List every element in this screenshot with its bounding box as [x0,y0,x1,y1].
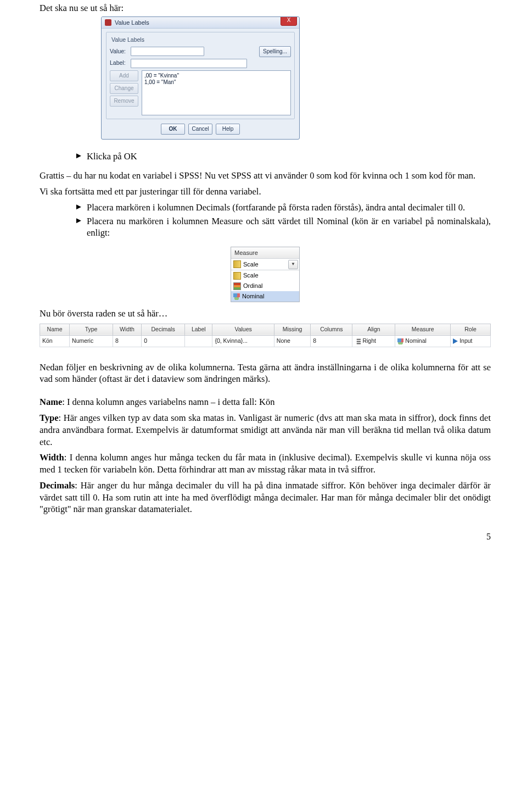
bullet-list: ► Klicka på OK [75,151,491,163]
remove-button[interactable]: Remove [110,96,138,107]
close-icon[interactable]: X [281,16,297,26]
bullet-arrow-icon: ► [75,202,87,214]
value-labels-dialog: Value Labels X Value Labels Value: Spell… [101,16,300,140]
col-header: Align [352,324,395,335]
col-header: Columns [311,324,352,335]
bars-icon [233,282,241,290]
cell-width[interactable]: 8 [113,335,141,347]
term-width: Width [40,452,64,463]
dialog-title: Value Labels [115,19,149,27]
align-right-icon [355,338,361,344]
chevron-down-icon[interactable]: ▼ [288,260,298,269]
cell-decimals[interactable]: 0 [142,335,185,347]
ruler-icon [233,272,241,280]
col-header: Missing [274,324,311,335]
bullet-list: ► Placera markören i kolumnen Decimals (… [75,202,491,239]
cell-measure[interactable]: Nominal [395,335,451,347]
col-header: Role [451,324,491,335]
col-header: Label [185,324,212,335]
measure-option-label: Scale [243,271,259,280]
cell-columns[interactable]: 8 [311,335,352,347]
measure-selected[interactable]: Scale ▼ [231,259,299,270]
change-button[interactable]: Change [110,83,138,94]
term-name: Name [40,397,62,407]
cell-label[interactable] [185,335,212,347]
col-header: Width [113,324,141,335]
bullet-arrow-icon: ► [75,151,87,163]
col-header: Measure [395,324,451,335]
measure-selected-label: Scale [243,260,259,269]
value-list[interactable]: ,00 = "Kvinna" 1,00 = "Man" [142,70,291,115]
add-button[interactable]: Add [110,70,138,81]
def-type: Type: Här anges vilken typ av data som s… [40,412,491,448]
measure-dropdown[interactable]: Measure Scale ▼ Scale Ordinal Nominal [231,247,300,302]
col-header: Name [40,324,70,335]
measure-option-label: Ordinal [243,282,262,290]
cell-values[interactable]: {0, Kvinna}... [212,335,274,347]
label-label: Label: [110,59,131,67]
spelling-button[interactable]: Spelling... [259,46,291,57]
table-row[interactable]: Kön Numeric 8 0 {0, Kvinna}... None 8 Ri… [40,335,491,347]
value-labels-fieldset: Value Labels Value: Spelling... Label: A… [106,32,295,119]
nominal-icon [397,338,403,344]
cell-role-text: Input [459,337,472,344]
cell-name[interactable]: Kön [40,335,70,347]
col-header: Type [70,324,113,335]
bullet-text: Placera nu markören i kolumnen Measure o… [87,215,491,240]
def-width: Width: I denna kolumn anges hur många te… [40,452,491,476]
cell-type[interactable]: Numeric [70,335,113,347]
dialog-titlebar: Value Labels X [102,17,299,29]
measure-option-ordinal[interactable]: Ordinal [231,281,299,291]
term-text: : I denna kolumn anges variabelns namn –… [62,397,274,407]
term-text: : Här anger du hur många decimaler du vi… [40,480,491,515]
paragraph: Nu bör översta raden se ut så här… [40,308,491,320]
balls-icon [233,293,240,300]
bullet-text: Placera markören i kolumnen Decimals (fo… [87,202,491,214]
paragraph: Nedan följer en beskrivning av de olika … [40,361,491,386]
paragraph: Vi ska fortsätta med ett par justeringar… [40,186,491,198]
list-item: 1,00 = "Man" [144,79,288,86]
cell-align[interactable]: Right [352,335,395,347]
help-button[interactable]: Help [216,124,240,135]
bullet-arrow-icon: ► [75,215,87,240]
fieldset-title: Value Labels [110,36,146,44]
term-type: Type [40,413,59,423]
col-header: Values [212,324,274,335]
app-icon [105,19,111,26]
cancel-button[interactable]: Cancel [188,124,212,135]
measure-option-label: Nominal [242,292,264,301]
measure-header: Measure [231,247,299,259]
intro-line: Det ska nu se ut så här: [40,2,491,14]
cell-measure-text: Nominal [405,337,427,344]
ruler-icon [233,260,241,268]
bullet-text: Klicka på OK [87,151,491,163]
variable-view-table: Name Type Width Decimals Label Values Mi… [40,324,491,347]
ok-button[interactable]: OK [161,124,185,135]
value-label: Value: [110,48,131,55]
cell-missing[interactable]: None [274,335,311,347]
term-text: : I denna kolumn anges hur många tecken … [40,452,491,475]
measure-option-nominal[interactable]: Nominal [231,291,299,302]
list-item: ,00 = "Kvinna" [144,73,288,80]
term-text: : Här anges vilken typ av data som ska m… [40,413,491,447]
col-header: Decimals [142,324,185,335]
cell-align-text: Right [362,337,376,344]
page-number: 5 [40,531,491,542]
term-decimals: Decimals [40,480,75,491]
measure-option-scale[interactable]: Scale [231,270,299,281]
cell-role[interactable]: Input [451,335,491,347]
value-input[interactable] [131,47,204,56]
paragraph: Grattis – du har nu kodat en variabel i … [40,170,491,182]
def-name: Name: I denna kolumn anges variabelns na… [40,396,491,408]
input-role-icon [453,338,458,344]
label-input[interactable] [131,59,247,68]
def-decimals: Decimals: Här anger du hur många decimal… [40,480,491,515]
